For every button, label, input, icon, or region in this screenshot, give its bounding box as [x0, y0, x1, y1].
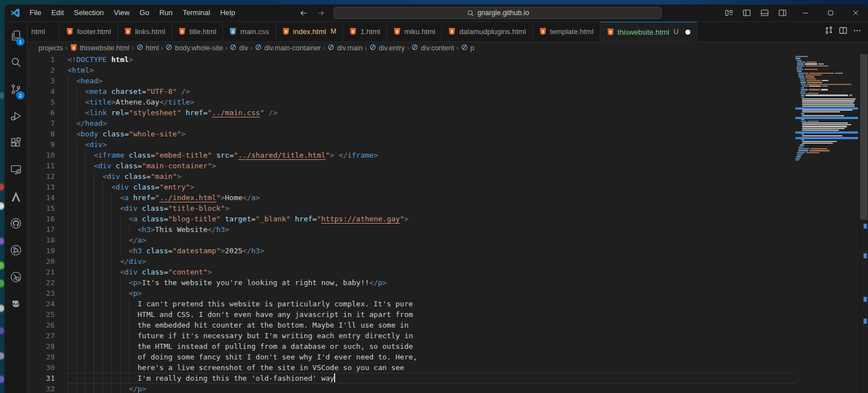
code-line[interactable]: </div>	[68, 256, 868, 267]
activity-godot-tools[interactable]	[4, 291, 27, 318]
line-number-gutter[interactable]: 1234567891011121314151617181920212223242…	[27, 54, 68, 393]
code-line[interactable]: <!DOCTYPE html>	[68, 54, 868, 65]
code-line[interactable]: <meta charset="UTF-8" />	[68, 86, 868, 97]
close-button[interactable]	[843, 4, 868, 21]
vertical-scrollbar[interactable]	[859, 54, 868, 393]
breadcrumb-item-div.entry[interactable]: div.entry	[369, 44, 404, 53]
code-area[interactable]: <!DOCTYPE html><html> <head> <meta chars…	[68, 54, 868, 393]
line-number[interactable]: 16	[27, 214, 68, 224]
activity-remote-explorer[interactable]	[4, 157, 27, 184]
breadcrumb-item-div.content[interactable]: div.content	[411, 44, 454, 53]
line-number[interactable]: 12	[27, 171, 68, 182]
code-line[interactable]: <div>	[68, 139, 868, 150]
line-number[interactable]: 8	[27, 129, 68, 139]
code-line[interactable]: <head>	[68, 75, 868, 86]
line-number[interactable]: 13	[27, 182, 68, 192]
line-number[interactable]: 6	[27, 107, 68, 118]
code-line[interactable]: <h3 class="datestamp">2025</h3>	[68, 245, 868, 256]
line-number[interactable]: 3	[27, 75, 68, 86]
activity-run-and-debug[interactable]	[4, 103, 27, 130]
forward-button[interactable]	[316, 9, 326, 17]
line-number[interactable]: 25	[27, 309, 68, 320]
line-number[interactable]: 24	[27, 299, 68, 309]
line-number[interactable]: 26	[27, 320, 68, 330]
code-line[interactable]: <div class="main">	[68, 171, 868, 182]
line-number[interactable]: 27	[27, 330, 68, 341]
code-line[interactable]: here's a live screenshot of the site in …	[68, 362, 868, 373]
command-center-search[interactable]: gnargle.github.io	[333, 7, 662, 19]
code-line[interactable]: I'm really doing this the 'old-fashioned…	[68, 373, 868, 383]
code-line[interactable]: <p>	[68, 288, 868, 299]
code-line[interactable]: </head>	[68, 118, 868, 129]
line-number[interactable]: 29	[27, 352, 68, 362]
menu-view[interactable]: View	[109, 7, 135, 19]
code-line[interactable]: <title>Athene.Gay</title>	[68, 97, 868, 107]
line-number[interactable]: 31	[27, 373, 68, 383]
toggle-panel-icon[interactable]	[757, 6, 772, 20]
line-number[interactable]: 14	[27, 192, 68, 203]
code-editor[interactable]: 1234567891011121314151617181920212223242…	[27, 54, 868, 393]
menu-run[interactable]: Run	[154, 7, 178, 19]
line-number[interactable]: 19	[27, 245, 68, 256]
maximize-button[interactable]	[818, 4, 843, 21]
breadcrumb-item-p[interactable]: p	[461, 44, 474, 53]
code-line[interactable]: of doing some fancy shit I don't see why…	[68, 352, 868, 362]
code-line[interactable]: <a class="blog-title" target="_blank" hr…	[68, 214, 868, 224]
menu-help[interactable]: Help	[215, 7, 240, 19]
tab-template.html[interactable]: 5template.html	[533, 22, 600, 41]
breadcrumb-item-body.whole-site[interactable]: body.whole-site	[165, 44, 223, 53]
breadcrumb-item-div.main-container[interactable]: div.main-container	[255, 44, 321, 53]
line-number[interactable]: 9	[27, 139, 68, 150]
customize-layout-icon[interactable]	[721, 6, 737, 20]
breadcrumb-item-html[interactable]: html	[136, 44, 159, 53]
code-line[interactable]: <a href="../index.html">Home</a>	[68, 192, 868, 203]
breadcrumb-item-projects[interactable]: projects	[39, 44, 63, 52]
line-number[interactable]: 1	[27, 54, 68, 65]
tab-main.css[interactable]: 3main.css	[223, 22, 275, 41]
code-line[interactable]: <html>	[68, 65, 868, 75]
split-editor-icon[interactable]	[839, 26, 847, 37]
more-actions-icon[interactable]	[853, 26, 861, 37]
line-number[interactable]: 32	[27, 383, 68, 393]
tab-title.html[interactable]: 5title.html	[172, 22, 223, 41]
breadcrumb-item-div[interactable]: div	[230, 44, 248, 53]
open-changes-icon[interactable]	[824, 26, 833, 37]
line-number[interactable]: 7	[27, 118, 68, 129]
breadcrumb-item-thiswebsite.html[interactable]: 5thiswebsite.html	[70, 44, 130, 53]
activity-extensions[interactable]	[4, 130, 27, 157]
activity-git-graph[interactable]	[4, 238, 27, 264]
tab-1.html[interactable]: 51.html	[343, 22, 387, 41]
code-line[interactable]: <div class="title-block">	[68, 203, 868, 214]
menu-go[interactable]: Go	[135, 7, 154, 19]
line-number[interactable]: 28	[27, 341, 68, 352]
tab-dalamudplugins.html[interactable]: 5dalamudplugins.html	[442, 22, 532, 41]
tab-footer.html[interactable]: 5footer.html	[60, 22, 118, 41]
code-line[interactable]: <link rel="stylesheet" href="../main.css…	[68, 107, 868, 118]
menu-edit[interactable]: Edit	[46, 7, 69, 19]
tab-thiswebsite.html[interactable]: 5thiswebsite.htmlU	[600, 22, 698, 41]
scrollbar-thumb[interactable]	[860, 54, 867, 220]
activity-file-history-search[interactable]	[4, 264, 27, 291]
code-line[interactable]: <h3>This Website</h3>	[68, 224, 868, 235]
activity-explorer[interactable]: 1	[4, 23, 27, 50]
line-number[interactable]: 11	[27, 160, 68, 171]
menu-selection[interactable]: Selection	[69, 7, 108, 19]
activity-github[interactable]	[4, 211, 27, 238]
line-number[interactable]: 18	[27, 235, 68, 245]
code-line[interactable]: <p>It's the website you're looking at ri…	[68, 277, 868, 288]
code-line[interactable]: <div class="entry">	[68, 182, 868, 192]
menu-terminal[interactable]: Terminal	[178, 7, 215, 19]
code-line[interactable]: the embedded hit counter at the bottom. …	[68, 320, 868, 330]
tab-html[interactable]: html	[27, 22, 60, 41]
back-button[interactable]	[299, 9, 308, 17]
line-number[interactable]: 4	[27, 86, 68, 97]
breadcrumb-item-div.main[interactable]: div.main	[327, 44, 363, 53]
line-number[interactable]: 5	[27, 97, 68, 107]
code-line[interactable]: </a>	[68, 235, 868, 245]
code-line[interactable]: HTML and CSS. I don't even have any java…	[68, 309, 868, 320]
activity-source-control[interactable]: 2	[4, 77, 27, 103]
code-line[interactable]: future if it's necessary but I'm writing…	[68, 330, 868, 341]
code-line[interactable]: <body class="whole-site">	[68, 129, 868, 139]
tab-miku.html[interactable]: 5miku.html	[387, 22, 442, 41]
code-line[interactable]: <div class="content">	[68, 267, 868, 277]
